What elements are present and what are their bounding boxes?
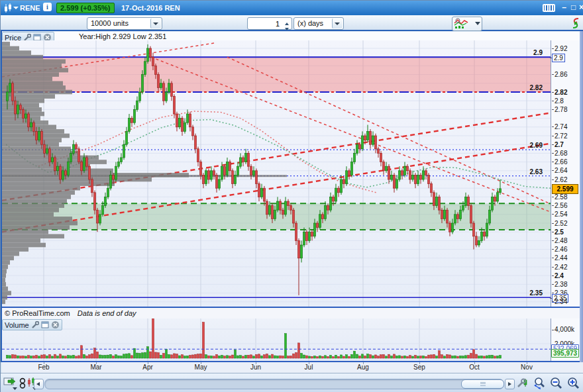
- candle-body: [354, 153, 356, 162]
- candle-body: [356, 144, 358, 153]
- candle-body: [452, 223, 454, 232]
- minimize-button[interactable]: –: [559, 3, 569, 13]
- symbol-label[interactable]: RENE: [20, 1, 40, 15]
- chevron-down-icon[interactable]: [150, 19, 161, 28]
- arrange-panels-icon[interactable]: [569, 16, 582, 30]
- candle-body: [341, 179, 343, 193]
- volume-bar: [401, 356, 403, 358]
- volume-profile-bar: [2, 208, 59, 213]
- volume-axis[interactable]: 4,000k 2,000k 532,069 395,973: [551, 318, 580, 361]
- price-tick-label: 2.42: [555, 264, 567, 271]
- candle-body: [33, 122, 35, 131]
- candle-body: [462, 206, 464, 211]
- window-right-strip: [580, 31, 583, 373]
- candle-body: [20, 105, 22, 110]
- volume-profile-bar: [2, 121, 48, 125]
- price-tick-label: 2.72: [555, 132, 567, 140]
- volume-profile-bar: [2, 195, 71, 199]
- month-label: Jul: [305, 364, 313, 371]
- volume-profile-bar: [2, 256, 14, 261]
- volume-bar: [9, 356, 11, 358]
- volume-bar: [224, 356, 226, 358]
- close-button[interactable]: ×: [576, 3, 583, 13]
- volume-bar: [266, 354, 268, 358]
- detach-window-icon[interactable]: [41, 321, 49, 328]
- candle-body: [423, 171, 425, 179]
- volume-bar: [38, 356, 40, 358]
- candle-body: [428, 175, 430, 183]
- compare-symbols-icon[interactable]: [19, 377, 26, 390]
- units-select[interactable]: 10000 units: [87, 17, 162, 30]
- zoom-in-icon[interactable]: [566, 377, 581, 390]
- month-label: Mar: [90, 364, 101, 371]
- bottom-toolbar: [1, 373, 583, 392]
- candle-body: [311, 232, 313, 236]
- close-pane-icon[interactable]: [51, 320, 60, 329]
- volume-bar: [301, 354, 303, 358]
- volume-bar: [129, 354, 131, 358]
- candle-body: [44, 144, 46, 153]
- volume-bar: [343, 356, 345, 358]
- chevron-down-icon[interactable]: [332, 19, 343, 28]
- candle-body: [277, 201, 279, 210]
- candle-body: [250, 166, 252, 175]
- candle-body: [131, 119, 133, 123]
- price-tick-label: 2.66: [555, 158, 567, 166]
- zoom-out-icon[interactable]: [549, 377, 564, 390]
- month-label: Nov: [521, 364, 533, 371]
- volume-bar: [139, 354, 141, 358]
- volume-bar: [136, 353, 138, 358]
- volume-bar: [378, 356, 380, 358]
- candle-body: [41, 131, 43, 144]
- candle-body: [436, 197, 438, 205]
- volume-bar: [322, 356, 324, 358]
- stepper-up-icon[interactable]: [284, 19, 290, 23]
- candle-body: [256, 171, 258, 184]
- wrench-icon[interactable]: [31, 321, 39, 329]
- scroll-right-button[interactable]: [505, 379, 515, 389]
- time-axis[interactable]: FebMarAprMayJunJulAugSepOctNov: [2, 362, 583, 373]
- volume-bar: [121, 356, 123, 358]
- volume-profile-bar: [2, 230, 48, 234]
- keyboard-icon[interactable]: [543, 4, 555, 12]
- volume-bar: [280, 356, 282, 358]
- info-icon[interactable]: i: [43, 3, 52, 11]
- volume-bar: [115, 355, 117, 358]
- price-tick-label: 2.7: [555, 141, 564, 148]
- volume-profile-bar: [2, 269, 7, 273]
- interval-input[interactable]: [249, 18, 281, 29]
- volume-bar: [431, 355, 433, 358]
- chart-type-button[interactable]: [452, 17, 482, 31]
- stepper-down-icon[interactable]: [284, 24, 290, 28]
- zoom-range-icon[interactable]: [532, 377, 547, 390]
- candle-body: [457, 215, 459, 219]
- symbol-dropdown-caret[interactable]: [13, 7, 19, 9]
- interval-stepper[interactable]: [247, 17, 292, 30]
- volume-chart-area[interactable]: [2, 318, 551, 361]
- volume-bar: [327, 356, 329, 358]
- candle-body: [203, 175, 205, 183]
- candle-body: [391, 175, 393, 179]
- chart-settings-icon[interactable]: [517, 377, 529, 390]
- price-axis[interactable]: 2.922.92.862.822.82.782.742.722.72.682.6…: [551, 40, 580, 307]
- volume-chart-svg[interactable]: [2, 318, 551, 361]
- export-chart-icon[interactable]: [3, 377, 18, 390]
- volume-profile-bar: [2, 199, 67, 204]
- volume-bar: [314, 356, 316, 358]
- candle-body: [288, 201, 290, 206]
- scroll-left-button[interactable]: [34, 379, 44, 389]
- interval-unit-select[interactable]: (x) days: [293, 17, 344, 30]
- candle-body: [89, 166, 91, 179]
- volume-bar: [433, 354, 435, 358]
- price-chart-svg[interactable]: 2.92.822.692.632.35: [2, 40, 551, 307]
- candle-body: [272, 206, 274, 219]
- volume-bar: [457, 356, 459, 358]
- candle-body: [431, 184, 433, 193]
- candle-body: [105, 197, 107, 205]
- scrollbar-thumb[interactable]: [461, 379, 504, 389]
- month-label: Aug: [357, 364, 369, 371]
- scrollbar-track[interactable]: [44, 379, 504, 389]
- volume-profile-bar: [2, 213, 54, 217]
- candle-body: [216, 175, 218, 188]
- price-chart-area[interactable]: 2.92.822.692.632.35: [2, 40, 551, 307]
